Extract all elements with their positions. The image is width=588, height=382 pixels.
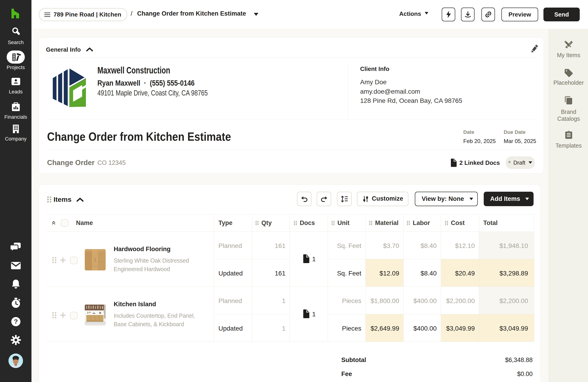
svg-text:?: ?	[14, 318, 18, 325]
